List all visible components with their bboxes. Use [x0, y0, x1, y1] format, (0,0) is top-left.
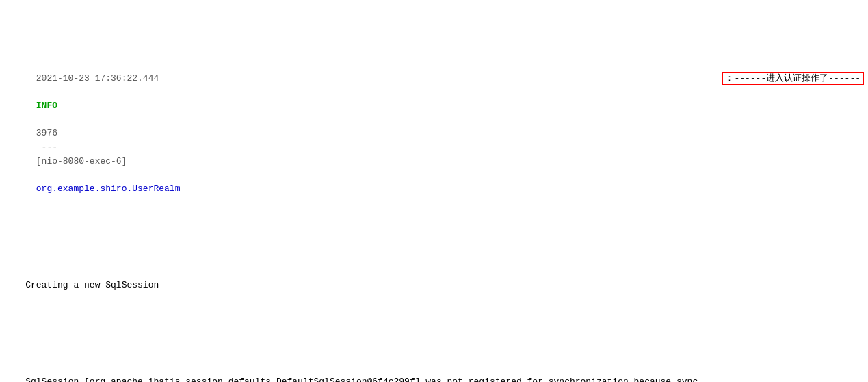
- log-line-2: Creating a new SqlSession: [4, 265, 864, 306]
- log-line-1: 2021-10-23 17:36:22.444 INFO 3976 --- [n…: [4, 58, 864, 210]
- log-container: 2021-10-23 17:36:22.444 INFO 3976 --- [n…: [0, 0, 868, 382]
- text-3: SqlSession [org.apache.ibatis.session.de…: [25, 377, 698, 382]
- log-line-3: SqlSession [org.apache.ibatis.session.de…: [4, 361, 864, 382]
- suffix-1: ：------进入认证操作了------: [685, 58, 864, 99]
- level-1: INFO: [36, 101, 57, 111]
- pid-1: 3976: [36, 128, 57, 138]
- thread-1: [nio-8080-exec-6]: [36, 156, 127, 166]
- logger-1: org.example.shiro.UserRealm: [36, 183, 181, 194]
- auth-label-1: ：------进入认证操作了------: [722, 72, 864, 85]
- log-main-1: 2021-10-23 17:36:22.444 INFO 3976 --- [n…: [4, 58, 681, 210]
- text-2: Creating a new SqlSession: [25, 280, 159, 290]
- timestamp-1: 2021-10-23 17:36:22.444: [36, 73, 159, 84]
